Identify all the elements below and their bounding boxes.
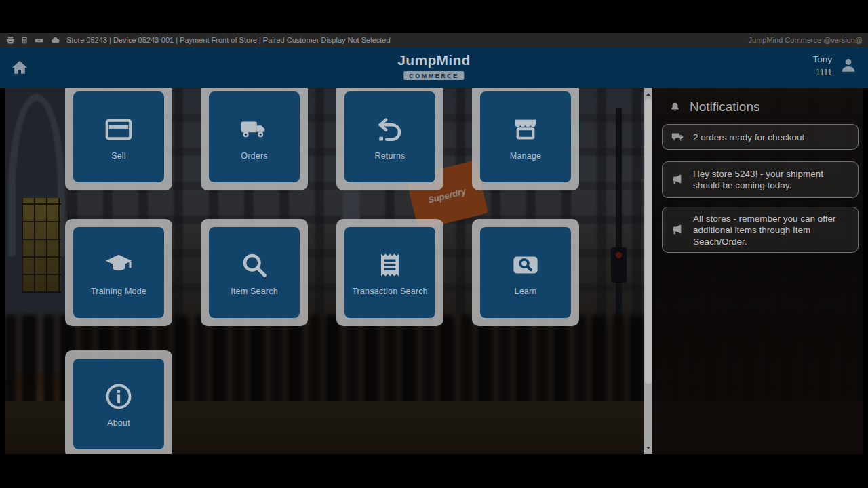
home-button[interactable] [10,58,29,77]
user-id: 1111 [812,68,832,77]
tile-label: Orders [241,151,267,161]
announcement-icon [671,222,686,237]
storefront-icon [510,114,541,145]
tile-transaction-search[interactable]: Transaction Search [344,227,435,318]
vertical-scrollbar[interactable] [644,88,652,454]
truck-icon [671,129,686,144]
tile-label: Transaction Search [352,287,428,296]
tile-orders[interactable]: Orders [209,92,300,182]
notifications-title: Notifications [690,100,760,115]
search-icon [239,249,270,281]
tile-frame-returns: Returns [336,88,443,190]
home-icon [10,68,29,79]
app-version-text: JumpMind Commerce @version@ [749,36,863,44]
notification-card-orders[interactable]: 2 orders ready for checkout [662,124,859,150]
brand-logo: JumpMind COMMERCE [397,52,470,81]
tile-label: Training Mode [91,287,146,296]
graduation-cap-icon [103,249,134,281]
tile-sell[interactable]: Sell [73,92,164,182]
notifications-panel: Notifications 2 orders ready for checkou… [652,88,863,454]
tile-frame-learn: Learn [472,219,579,326]
bell-icon [669,101,682,114]
tile-frame-about: About [65,350,172,454]
receipt-icon [374,249,406,281]
app-header: JumpMind COMMERCE Tony 1111 [0,47,868,88]
credit-card-icon [103,114,134,145]
scroll-down-arrow-icon[interactable] [646,447,650,449]
undo-arrow-icon [374,114,406,145]
cash-drawer-icon [33,35,45,45]
announcement-icon [671,172,686,187]
device-status-text: Store 05243 | Device 05243-001 | Payment… [66,36,391,44]
tile-frame-sell: Sell [65,88,172,190]
person-icon [838,56,859,76]
notification-card-shipment[interactable]: Hey store 5243! - your shipment should b… [662,161,859,198]
pos-screen: Store 05243 | Device 05243-001 | Payment… [0,0,868,488]
truck-icon [239,114,270,145]
tile-frame-manage: Manage [472,88,579,190]
tile-returns[interactable]: Returns [344,92,435,182]
tile-label: Returns [374,151,405,161]
tile-item-search[interactable]: Item Search [209,227,300,318]
search-square-icon [510,249,541,281]
user-menu[interactable]: Tony 1111 [812,54,859,77]
tile-frame-orders: Orders [201,88,308,190]
tile-label: Item Search [231,287,278,296]
payment-terminal-icon [20,35,28,45]
info-icon [103,381,134,412]
printer-icon [5,35,16,45]
user-name: Tony [812,54,832,64]
cloud-icon [50,35,61,45]
tile-about[interactable]: About [73,359,164,449]
tile-frame-item-search: Item Search [201,219,308,326]
tile-learn[interactable]: Learn [480,227,571,318]
scroll-up-arrow-icon[interactable] [646,93,650,96]
brand-subtitle-badge: COMMERCE [403,71,465,80]
scrollbar-thumb[interactable] [645,99,652,384]
peripheral-status-icons [5,35,61,45]
tile-frame-training-mode: Training Mode [65,219,172,326]
tile-label: Manage [510,151,541,161]
main-content: Superdry Sell Orders [5,88,863,454]
notification-text: Hey store 5243! - your shipment should b… [693,168,850,191]
notification-text: All stores - remember you can offer addi… [693,213,850,247]
tile-label: Learn [515,287,537,296]
user-info: Tony 1111 [812,54,832,77]
brand-name: JumpMind [397,52,470,68]
tile-label: About [107,418,130,428]
tile-manage[interactable]: Manage [480,92,571,182]
tile-training-mode[interactable]: Training Mode [73,227,164,318]
tile-frame-transaction-search: Transaction Search [336,219,443,326]
notification-card-all-stores[interactable]: All stores - remember you can offer addi… [662,207,859,253]
status-bar: Store 05243 | Device 05243-001 | Payment… [0,33,868,47]
notification-text: 2 orders ready for checkout [693,131,804,143]
tile-label: Sell [111,151,126,161]
notifications-header: Notifications [652,88,863,115]
